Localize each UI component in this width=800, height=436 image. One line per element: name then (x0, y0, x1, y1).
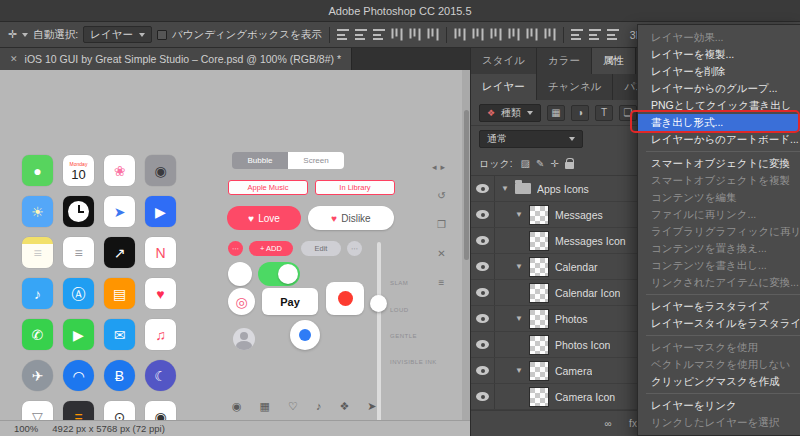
in-library-button[interactable]: In Library (315, 180, 395, 195)
disclosure-arrow-icon[interactable]: ▼ (515, 366, 523, 375)
visibility-toggle[interactable] (471, 228, 495, 253)
visibility-toggle[interactable] (471, 332, 495, 357)
visibility-toggle[interactable] (471, 306, 495, 331)
align-right-edges-icon[interactable] (427, 29, 438, 41)
clock-app-icon[interactable] (63, 196, 94, 227)
distribute-top-edges-icon[interactable] (454, 29, 465, 41)
apple-music-button[interactable]: Apple Music (228, 180, 308, 195)
heart-small-icon[interactable]: ♡ (288, 400, 298, 413)
align-top-edges-icon[interactable] (337, 29, 349, 40)
filter-adjustment-layers-icon[interactable]: ◑ (571, 105, 589, 121)
filter-kind-select[interactable]: ❖ 種類 (479, 104, 541, 122)
news-app-icon[interactable]: N (145, 237, 176, 268)
camera-app-icon[interactable]: ◉ (145, 155, 176, 186)
love-button[interactable]: ♥ Love (227, 206, 301, 230)
menu-item-group-from-layers[interactable]: レイヤーからのグループ... (638, 80, 800, 97)
camera-small-icon[interactable]: ◉ (232, 400, 242, 413)
lock-paint-icon[interactable]: ✎ (536, 158, 544, 169)
bluetooth-icon[interactable]: Ƀ (104, 360, 135, 391)
disclosure-arrow-icon[interactable]: ▼ (501, 184, 509, 193)
messages-app-icon[interactable]: ● (22, 155, 53, 186)
wifi-icon[interactable]: ◠ (63, 360, 94, 391)
menu-item-duplicate-layer[interactable]: レイヤーを複製... (638, 46, 800, 63)
distribute-left-edges-icon[interactable] (508, 29, 519, 41)
visibility-toggle[interactable] (471, 358, 495, 383)
bubble-screen-segmented-control[interactable]: Bubble Screen (232, 152, 344, 169)
edit-button[interactable]: Edit (301, 241, 341, 256)
send-small-icon[interactable]: ➤ (367, 400, 376, 413)
music-app-icon[interactable]: ♫ (145, 319, 176, 350)
weather-app-icon[interactable]: ☀ (22, 196, 53, 227)
align-vertical-centers-icon[interactable] (355, 29, 367, 40)
zoom-level[interactable]: 100% (14, 423, 38, 434)
phone-app-icon[interactable]: ✆ (22, 319, 53, 350)
notes-app-icon[interactable]: ≡ (22, 237, 53, 268)
menu-item-rasterize-layer-style[interactable]: レイヤースタイルをラスタライズ (638, 315, 800, 332)
align-horizontal-centers-icon[interactable] (409, 29, 420, 41)
calculator-icon[interactable]: = (63, 401, 94, 420)
effect-slider-track[interactable] (377, 242, 381, 420)
disclosure-arrow-icon[interactable]: ▼ (515, 262, 523, 271)
do-not-disturb-icon[interactable]: ☾ (145, 360, 176, 391)
menu-item-artboard-from-layers[interactable]: レイヤーからのアートボード... (638, 131, 800, 148)
health-app-icon[interactable]: ♥ (145, 278, 176, 309)
filter-type-layers-icon[interactable]: T (595, 105, 613, 121)
tab-properties[interactable]: 属性 (592, 48, 636, 74)
more-dots-gray-button[interactable]: ⋯ (347, 241, 362, 256)
move-tool-icon[interactable]: ✛ (8, 28, 17, 41)
stocks-app-icon[interactable]: ↗ (104, 237, 135, 268)
lock-position-icon[interactable]: ✛ (550, 158, 558, 169)
blend-mode-select[interactable]: 通常 (479, 130, 583, 148)
add-button[interactable]: + ADD (249, 241, 293, 256)
flashlight-icon[interactable]: ▽ (22, 401, 53, 420)
ibooks-app-icon[interactable]: ▤ (104, 278, 135, 309)
tool-preset-caret-icon[interactable] (22, 33, 28, 37)
close-tab-icon[interactable]: ✕ (10, 54, 18, 64)
videos-app-icon[interactable]: ▶ (145, 196, 176, 227)
disclosure-arrow-icon[interactable]: ▼ (515, 314, 523, 323)
calendar-app-icon[interactable]: Monday10 (63, 155, 94, 186)
menu-item-create-clipping-mask[interactable]: クリッピングマスクを作成 (638, 373, 800, 390)
distribute-horizontal-centers-icon[interactable] (526, 29, 537, 41)
visibility-toggle[interactable] (471, 280, 495, 305)
reminders-app-icon[interactable]: ≡ (63, 237, 94, 268)
distribute-vertical-space-icon[interactable] (571, 29, 583, 40)
record-button[interactable] (326, 282, 364, 315)
link-layers-icon[interactable]: ∞ (601, 418, 615, 429)
distribute-bottom-edges-icon[interactable] (490, 29, 501, 41)
mail-app-icon[interactable]: ✉ (104, 319, 135, 350)
panels-icon[interactable]: ❐ (437, 219, 446, 230)
tab-layers[interactable]: レイヤー (471, 74, 537, 100)
disclosure-arrow-icon[interactable]: ▼ (515, 210, 523, 219)
lock-transparency-icon[interactable]: ▨ (520, 158, 529, 169)
history-icon[interactable]: ↺ (437, 190, 445, 201)
effect-slider-knob[interactable] (370, 295, 387, 312)
document-tab[interactable]: ✕ iOS 10 GUI by Great Simple Studio – Co… (0, 48, 352, 70)
align-bottom-edges-icon[interactable] (373, 29, 385, 40)
canvas-area[interactable]: ●Monday10❀◉☀➤▶≡≡↗N♪Ⓐ▤♥✆▶✉♫✈◠Ƀ☾▽=⊙◉ Bubbl… (0, 70, 470, 420)
segment-screen[interactable]: Screen (288, 152, 344, 169)
ios-toggle-switch[interactable] (258, 262, 300, 286)
itunes-store-app-icon[interactable]: ♪ (22, 278, 53, 309)
menu-lines-icon[interactable]: ≡ (439, 277, 445, 288)
visibility-toggle[interactable] (471, 176, 495, 201)
music-small-icon[interactable]: ♪ (316, 400, 322, 413)
filter-pixel-layers-icon[interactable]: ▦ (547, 105, 565, 121)
apple-pay-button[interactable]: Pay (262, 288, 318, 315)
photos-small-icon[interactable]: ▦ (260, 400, 270, 413)
visibility-toggle[interactable] (471, 254, 495, 279)
menu-item-convert-to-smart-object[interactable]: スマートオブジェクトに変換 (638, 155, 800, 172)
bounding-box-checkbox[interactable] (157, 30, 167, 40)
lock-all-icon[interactable] (565, 162, 574, 169)
distribute-vertical-centers-icon[interactable] (472, 29, 483, 41)
dislike-button[interactable]: ♥ Dislike (308, 206, 394, 230)
align-left-edges-icon[interactable] (391, 29, 402, 41)
menu-item-delete-layer[interactable]: レイヤーを削除 (638, 63, 800, 80)
menu-item-rasterize-layer[interactable]: レイヤーをラスタライズ (638, 298, 800, 315)
photos-app-icon[interactable]: ❀ (104, 155, 135, 186)
tab-styles[interactable]: スタイル (471, 48, 537, 74)
white-circle-control[interactable] (228, 262, 252, 286)
tab-channels[interactable]: チャンネル (537, 74, 614, 100)
page-left-icon[interactable]: ◂ (432, 162, 437, 172)
visibility-toggle[interactable] (471, 384, 495, 409)
